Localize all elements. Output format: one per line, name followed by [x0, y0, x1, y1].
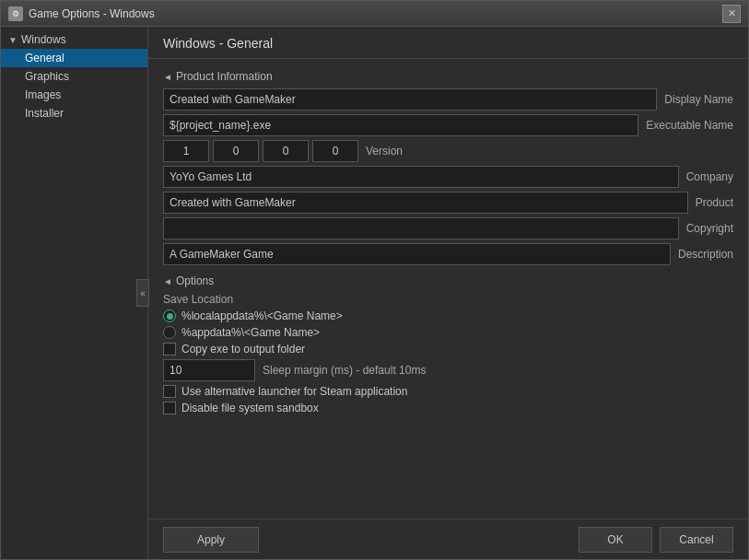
main-panel: Windows - General ◄ Product Information …	[148, 27, 748, 559]
sidebar-label-graphics: Graphics	[25, 70, 69, 83]
description-label: Description	[678, 248, 733, 261]
sleep-margin-row: Sleep margin (ms) - default 10ms	[163, 359, 733, 381]
options-section-header: ◄ Options	[163, 274, 733, 287]
save-location-radio-group: %localappdata%\<Game Name> %appdata%\<Ga…	[163, 309, 733, 339]
version-input-3[interactable]	[263, 140, 309, 162]
sidebar-label-images: Images	[25, 88, 61, 101]
display-name-label: Display Name	[664, 93, 733, 106]
copy-exe-checkbox-item[interactable]: Copy exe to output folder	[163, 343, 733, 356]
radio-item-appdata[interactable]: %appdata%\<Game Name>	[163, 326, 733, 339]
disable-sandbox-label: Disable file system sandbox	[181, 402, 319, 414]
display-name-row: Display Name	[163, 88, 733, 111]
page-header: Windows - General	[148, 27, 748, 59]
sidebar-collapse-button[interactable]: «	[136, 279, 149, 307]
sidebar-item-installer[interactable]: Installer	[1, 104, 147, 122]
tree-arrow-windows: ▼	[6, 33, 19, 46]
description-input[interactable]	[163, 243, 671, 265]
alt-launcher-checkbox-item[interactable]: Use alternative launcher for Steam appli…	[163, 385, 733, 398]
content-area: ▼ Windows General Graphics Images Instal…	[1, 27, 748, 559]
radio-label-appdata: %appdata%\<Game Name>	[181, 326, 320, 339]
footer: Apply OK Cancel	[148, 519, 748, 559]
version-input-1[interactable]	[163, 140, 209, 162]
product-label: Product	[696, 196, 733, 209]
window-title: Game Options - Windows	[29, 7, 155, 20]
radio-dot-localappdata	[163, 309, 176, 322]
section-arrow-product: ◄	[163, 72, 172, 82]
scrollable-content: ◄ Product Information Display Name Execu…	[148, 59, 748, 519]
alt-launcher-checkbox	[163, 385, 176, 398]
window-icon: ⚙	[8, 6, 23, 21]
executable-name-row: Executable Name	[163, 114, 733, 136]
version-row: Version	[163, 140, 733, 162]
sidebar-label-windows: Windows	[21, 33, 66, 46]
copy-exe-label: Copy exe to output folder	[181, 343, 305, 356]
close-button[interactable]: ✕	[722, 5, 741, 23]
executable-name-input[interactable]	[163, 114, 638, 136]
executable-name-label: Executable Name	[646, 119, 733, 132]
product-input[interactable]	[163, 192, 688, 214]
sidebar-item-images[interactable]: Images	[1, 86, 147, 104]
sleep-margin-label: Sleep margin (ms) - default 10ms	[263, 364, 426, 377]
copy-exe-checkbox	[163, 343, 176, 356]
save-location-label: Save Location	[163, 293, 733, 306]
company-row: Company	[163, 166, 733, 188]
disable-sandbox-checkbox-item[interactable]: Disable file system sandbox	[163, 402, 733, 414]
radio-item-localappdata[interactable]: %localappdata%\<Game Name>	[163, 309, 733, 322]
main-window: ⚙ Game Options - Windows ✕ ▼ Windows Gen…	[0, 0, 749, 560]
product-row: Product	[163, 192, 733, 214]
copyright-row: Copyright	[163, 217, 733, 239]
copyright-label: Copyright	[686, 222, 733, 235]
radio-label-localappdata: %localappdata%\<Game Name>	[181, 309, 343, 322]
version-input-2[interactable]	[213, 140, 259, 162]
sidebar-item-graphics[interactable]: Graphics	[1, 67, 147, 86]
sidebar-item-windows[interactable]: ▼ Windows	[1, 30, 147, 49]
sleep-margin-input[interactable]	[163, 359, 255, 381]
description-row: Description	[163, 243, 733, 265]
copyright-input[interactable]	[163, 217, 679, 239]
title-bar: ⚙ Game Options - Windows ✕	[1, 1, 748, 27]
cancel-button[interactable]: Cancel	[660, 527, 733, 553]
company-label: Company	[686, 170, 733, 183]
options-section-label: Options	[176, 274, 214, 287]
title-bar-text: ⚙ Game Options - Windows	[8, 6, 155, 21]
apply-button[interactable]: Apply	[163, 527, 259, 553]
sidebar-item-general[interactable]: General	[1, 49, 147, 67]
disable-sandbox-checkbox	[163, 402, 176, 414]
sidebar: ▼ Windows General Graphics Images Instal…	[1, 27, 148, 559]
company-input[interactable]	[163, 166, 679, 188]
product-info-section-label: Product Information	[176, 70, 273, 83]
sidebar-label-general: General	[25, 52, 64, 64]
ok-button[interactable]: OK	[579, 527, 652, 553]
alt-launcher-label: Use alternative launcher for Steam appli…	[181, 385, 407, 398]
page-title: Windows - General	[163, 36, 273, 51]
section-arrow-options: ◄	[163, 276, 172, 286]
display-name-input[interactable]	[163, 88, 657, 111]
radio-dot-appdata	[163, 326, 176, 339]
version-label: Version	[366, 145, 403, 158]
version-input-4[interactable]	[312, 140, 358, 162]
sidebar-label-installer: Installer	[25, 107, 64, 120]
sidebar-wrapper: ▼ Windows General Graphics Images Instal…	[1, 27, 148, 559]
product-info-section-header: ◄ Product Information	[163, 70, 733, 83]
